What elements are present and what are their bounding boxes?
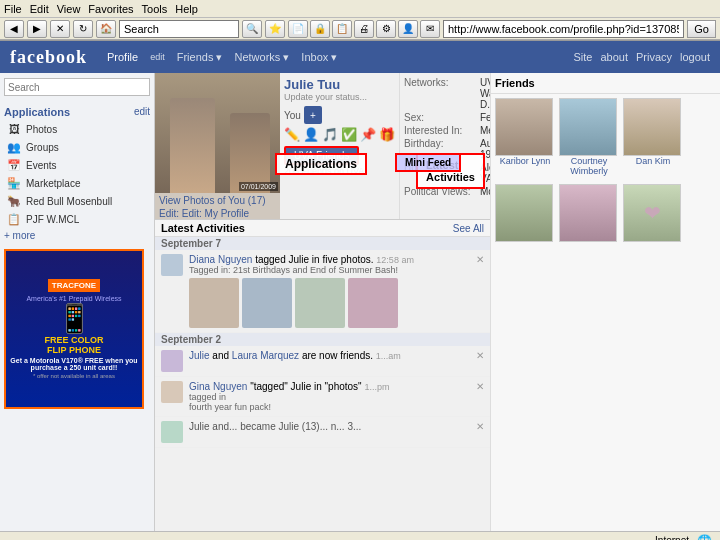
sidebar-item-redbull[interactable]: 🐂 Red Bull Mosenbull — [4, 192, 150, 210]
activity-close-4[interactable]: ✕ — [476, 421, 484, 443]
activity-close-3[interactable]: ✕ — [476, 381, 484, 412]
activity-close-1[interactable]: ✕ — [476, 254, 484, 328]
nav-networks[interactable]: Networks ▾ — [234, 51, 289, 64]
sidebar-search[interactable] — [4, 78, 150, 96]
sidebar-item-label: Marketplace — [26, 178, 80, 189]
profile-status[interactable]: Update your status... — [284, 92, 395, 102]
marketplace-icon: 🏪 — [6, 176, 22, 190]
search-input[interactable] — [119, 20, 239, 38]
app-icon-pin[interactable]: 📌 — [360, 127, 376, 142]
app-icon-check[interactable]: ✅ — [341, 127, 357, 142]
nav-profile[interactable]: Profile — [107, 51, 138, 63]
friend-item-5[interactable] — [559, 184, 619, 242]
favorites-button[interactable]: ⭐ — [265, 20, 285, 38]
field-value-networks: UVA '08Washington, D... — [480, 77, 490, 110]
menu-help[interactable]: Help — [175, 3, 198, 15]
sidebar-item-pjf[interactable]: 📋 PJF W.MCL — [4, 210, 150, 228]
home-button[interactable]: 🏠 — [96, 20, 116, 38]
nav-extra-1[interactable]: 📄 — [288, 20, 308, 38]
fb-header: facebook Profile edit Friends ▾ Networks… — [0, 41, 720, 73]
activity-photo-1 — [189, 278, 239, 328]
activity-detail-3: "tagged" Julie in "photos" — [250, 381, 362, 392]
friend-item-4[interactable] — [495, 184, 555, 242]
go-button[interactable]: Go — [687, 20, 716, 38]
field-networks: Networks: UVA '08Washington, D... — [404, 77, 490, 110]
app-icons-row: ✏️ 👤 🎵 ✅ 📌 🎁 — [284, 127, 395, 142]
activity-link-diana[interactable]: Diana Nguyen — [189, 254, 252, 265]
nav-privacy[interactable]: Privacy — [636, 51, 672, 63]
menu-favorites[interactable]: Favorites — [88, 3, 133, 15]
add-friend-btn[interactable]: + — [304, 106, 322, 124]
sidebar-edit-link[interactable]: edit — [134, 106, 150, 118]
nav-logout[interactable]: logout — [680, 51, 710, 63]
tracfone-logo: TRACFONE — [48, 279, 100, 292]
nav-extra-6[interactable]: 👤 — [398, 20, 418, 38]
activity-photo-4 — [348, 278, 398, 328]
person2-silhouette — [230, 113, 270, 193]
app-icon-music[interactable]: 🎵 — [322, 127, 338, 142]
edit-profile-link[interactable]: Edit: Edit: My Profile — [155, 208, 280, 219]
sidebar-item-groups[interactable]: 👥 Groups — [4, 138, 150, 156]
app-icon-pencil[interactable]: ✏️ — [284, 127, 300, 142]
profile-photo: 07/01/2009 — [155, 73, 280, 193]
friend-item-3[interactable]: Dan Kim — [623, 98, 683, 176]
forward-button[interactable]: ▶ — [27, 20, 47, 38]
menu-edit[interactable]: Edit — [30, 3, 49, 15]
friend-item-6[interactable]: ❤ — [623, 184, 683, 242]
friend-name-1: Karibor Lynn — [495, 156, 555, 166]
nav-extra-2[interactable]: 🔒 — [310, 20, 330, 38]
friend-item-2[interactable]: Courtney Wimberly — [559, 98, 619, 176]
tracfone-ad[interactable]: TRACFONE America's #1 Prepaid Wireless 📱… — [4, 249, 144, 409]
address-bar[interactable] — [443, 20, 684, 38]
sidebar-item-events[interactable]: 📅 Events — [4, 156, 150, 174]
sidebar-item-label: Events — [26, 160, 57, 171]
nav-edit[interactable]: edit — [150, 52, 165, 62]
sidebar-item-marketplace[interactable]: 🏪 Marketplace — [4, 174, 150, 192]
menu-view[interactable]: View — [57, 3, 81, 15]
friends-label: Friends — [495, 77, 535, 89]
nav-extra-4[interactable]: 🖨 — [354, 20, 374, 38]
nav-friends[interactable]: Friends ▾ — [177, 51, 223, 64]
activity-link-julie[interactable]: Julie — [189, 350, 210, 361]
refresh-button[interactable]: ↻ — [73, 20, 93, 38]
activity-text-3: Gina Nguyen "tagged" Julie in "photos" 1… — [189, 381, 470, 412]
nav-extra-3[interactable]: 📋 — [332, 20, 352, 38]
activity-avatar-2 — [161, 350, 183, 372]
activity-close-2[interactable]: ✕ — [476, 350, 484, 372]
browser-toolbar: ◀ ▶ ✕ ↻ 🏠 🔍 ⭐ 📄 🔒 📋 🖨 ⚙ 👤 ✉ Go — [0, 18, 720, 40]
nav-about[interactable]: about — [600, 51, 628, 63]
activity-photo-2 — [242, 278, 292, 328]
nav-site[interactable]: Site — [573, 51, 592, 63]
field-value-sex: Female — [480, 112, 490, 123]
menu-file[interactable]: File — [4, 3, 22, 15]
sidebar-item-label: Groups — [26, 142, 59, 153]
friend-photo-4 — [495, 184, 553, 242]
view-photos-link[interactable]: View Photos of You (17) — [155, 193, 280, 208]
profile-photo-container: 07/01/2009 View Photos of You (17) Edit:… — [155, 73, 280, 219]
app-icon-person[interactable]: 👤 — [303, 127, 319, 142]
activity-title: Latest Activities — [161, 222, 245, 234]
search-button[interactable]: 🔍 — [242, 20, 262, 38]
friend-item-1[interactable]: Karibor Lynn — [495, 98, 555, 176]
sidebar-item-photos[interactable]: 🖼 Photos — [4, 120, 150, 138]
left-sidebar: Applications edit 🖼 Photos 👥 Groups 📅 Ev… — [0, 73, 155, 531]
activity-link-laura[interactable]: Laura Marquez — [232, 350, 299, 361]
nav-inbox[interactable]: Inbox ▾ — [301, 51, 337, 64]
see-all-link[interactable]: See All — [453, 223, 484, 234]
sidebar-more-link[interactable]: + more — [4, 230, 150, 241]
friends-grid: Karibor Lynn Courtney Wimberly Dan Kim — [491, 94, 720, 246]
stop-button[interactable]: ✕ — [50, 20, 70, 38]
activity-avatar-4 — [161, 421, 183, 443]
nav-extra-7[interactable]: ✉ — [420, 20, 440, 38]
activity-link-gina[interactable]: Gina Nguyen — [189, 381, 247, 392]
pjf-icon: 📋 — [6, 212, 22, 226]
back-button[interactable]: ◀ — [4, 20, 24, 38]
fb-logo: facebook — [10, 47, 87, 68]
you-row: You + — [284, 106, 395, 124]
app-icon-gift[interactable]: 🎁 — [379, 127, 395, 142]
nav-extra-5[interactable]: ⚙ — [376, 20, 396, 38]
photos-icon: 🖼 — [6, 122, 22, 136]
menu-tools[interactable]: Tools — [142, 3, 168, 15]
activity-avatar-1 — [161, 254, 183, 276]
activity-photos-1 — [189, 278, 470, 328]
